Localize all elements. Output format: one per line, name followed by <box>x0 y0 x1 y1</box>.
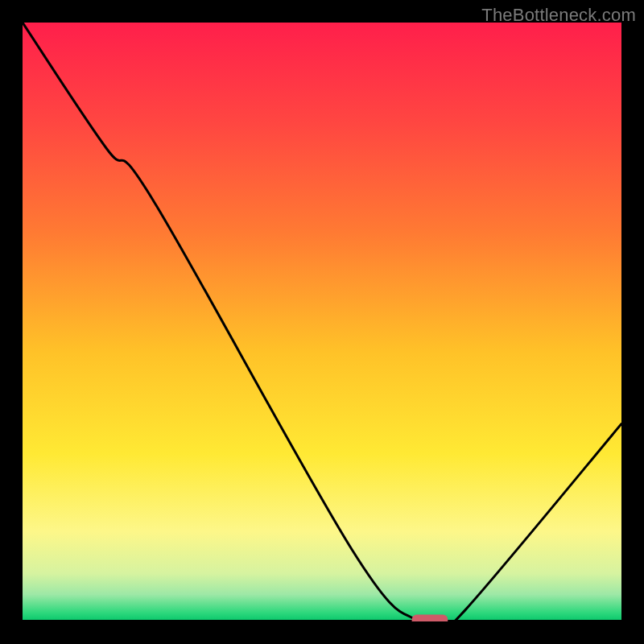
chart-svg <box>23 23 621 621</box>
plot-area <box>23 23 621 621</box>
chart-frame: TheBottleneck.com <box>0 0 644 644</box>
optimal-marker <box>412 615 448 621</box>
